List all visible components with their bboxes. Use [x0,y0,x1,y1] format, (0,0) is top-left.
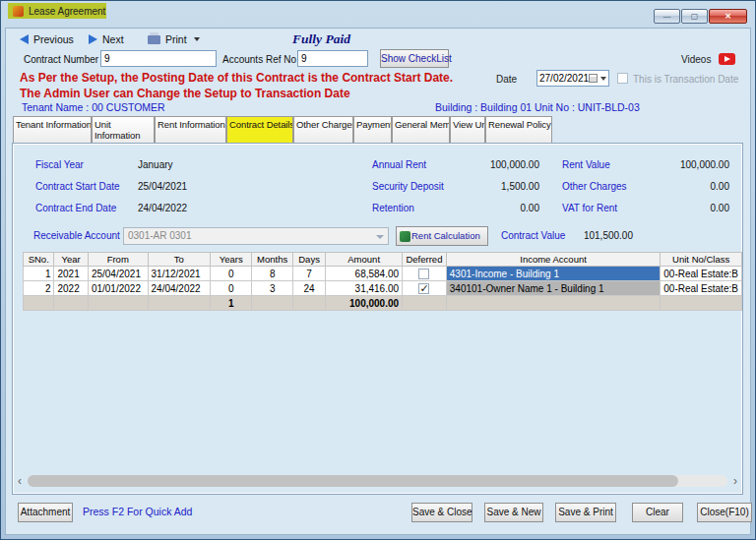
building-info: Building : Building 01 Unit No : UNIT-BL… [435,101,640,113]
security-deposit-label: Security Deposit [372,181,444,192]
calendar-icon[interactable] [589,74,598,83]
contract-number-label: Contract Number [24,54,98,65]
accounts-ref-label: Accounts Ref No [222,54,296,65]
date-input[interactable]: 27/02/2021 [536,70,609,87]
contract-end-label: Contract End Date [35,203,116,213]
annual-rent-value: 100,000.00 [461,159,539,170]
previous-icon [20,34,29,44]
retention-label: Retention [372,203,414,213]
contract-start-label: Contract Start Date [35,181,120,192]
clear-button[interactable]: Clear [632,503,683,522]
tab-tenant-information[interactable]: Tenant Information [13,116,92,143]
tab-view-unit[interactable]: View Unit [450,116,485,143]
grid-row-2[interactable]: 2 2022 01/01/2022 24/04/2022 0 3 24 31,4… [24,281,742,296]
date-label: Date [496,74,517,85]
videos-label: Videos [681,54,711,65]
transaction-date-label: This is Transaction Date [633,74,738,85]
close-button[interactable]: ✕ [709,9,747,24]
retention-value: 0.00 [461,203,539,213]
close-f10-button[interactable]: Close(F10) [697,503,752,522]
titlebar: Lease Agreement — ▢ ✕ [2,2,754,28]
scroll-right-icon[interactable]: › [733,474,737,488]
tabbar: Tenant Information Unit Information Rent… [13,116,552,143]
grid-header-row: SNo.YearFromToYearsMonthsDaysAmountDefer… [24,253,742,267]
total-years: 1 [210,296,252,311]
save-print-button[interactable]: Save & Print [555,503,616,522]
quick-add-hint: Press F2 For Quick Add [83,506,192,517]
contract-end-value: 24/04/2022 [138,203,187,213]
vat-rent-label: VAT for Rent [562,203,617,213]
tab-general-memo[interactable]: General Memo [392,116,450,143]
accounts-ref-input[interactable]: 9 [297,50,368,67]
tab-unit-information[interactable]: Unit Information [92,116,155,143]
print-button[interactable]: Print [148,33,200,45]
receivable-dropdown-icon [376,235,384,239]
save-close-button[interactable]: Save & Close [411,503,472,522]
tab-other-charges[interactable]: Other Charges [293,116,353,143]
rent-calc-icon [400,231,410,242]
window-title: Lease Agreement [29,6,105,17]
contract-number-input[interactable]: 9 [100,50,217,67]
other-charges-value: 0.00 [651,181,729,192]
vat-rent-value: 0.00 [651,203,729,213]
app-icon [13,6,24,17]
horizontal-scrollbar[interactable]: ‹ › [16,474,739,488]
deferred-checkbox-row1[interactable] [418,269,429,279]
print-dropdown-icon[interactable] [194,37,200,41]
next-button[interactable]: Next [89,33,124,45]
maximize-button[interactable]: ▢ [681,9,708,24]
tab-renewal-policy[interactable]: Renewal Policy [485,116,552,143]
total-amount: 100,000.00 [326,296,403,311]
security-deposit-value: 1,500.00 [461,181,539,192]
income-account-cell-row2[interactable]: 340101-Owner Name 1 - Building 1 [446,281,661,296]
rent-value-label: Rent Value [562,159,610,170]
income-account-cell-row1[interactable]: 4301-Income - Building 1 [446,267,661,281]
print-icon [148,35,160,44]
tab-payment[interactable]: Payment [353,116,392,143]
tab-rent-information[interactable]: Rent Information [155,116,226,143]
warning-line1: As Per the Setup, the Posting Date of th… [20,71,453,85]
contract-start-value: 25/04/2021 [138,181,187,192]
next-icon [89,34,97,44]
attachment-button[interactable]: Attachment [18,503,73,522]
annual-rent-label: Annual Rent [372,159,426,170]
receivable-account-select[interactable]: 0301-AR 0301 [123,227,389,245]
fiscal-year-label: Fiscal Year [35,159,84,170]
grid-row-1[interactable]: 1 2021 25/04/2021 31/12/2021 0 8 7 68,58… [24,267,742,281]
footer: Attachment Press F2 For Quick Add Save &… [6,495,750,534]
contract-value: 101,500.00 [549,230,633,241]
save-new-button[interactable]: Save & New [484,503,543,522]
window: Lease Agreement — ▢ ✕ Previous Next Prin… [0,0,756,540]
youtube-icon[interactable] [719,53,735,65]
status-fully-paid: Fully Paid [292,31,350,47]
other-charges-label: Other Charges [562,181,627,192]
tenant-name: Tenant Name : 00 CUSTOMER [22,101,165,113]
transaction-date-checkbox[interactable] [617,73,628,84]
deferred-checkbox-row2[interactable] [418,283,429,294]
rent-value-value: 100,000.00 [651,159,729,170]
grid-total-row: 1 100,000.00 [24,296,742,311]
receivable-account-label: Receivable Account [33,230,120,241]
date-dropdown-icon[interactable] [600,77,606,81]
previous-button[interactable]: Previous [20,33,74,45]
scroll-left-icon[interactable]: ‹ [18,474,22,488]
scrollbar-thumb[interactable] [28,475,678,487]
schedule-grid: SNo.YearFromToYearsMonthsDaysAmountDefer… [23,252,742,311]
minimize-button[interactable]: — [654,9,680,24]
rent-calculation-button[interactable]: Rent Calculation [396,226,488,246]
warning-line2: The Admin User can Change the Setup to T… [20,87,350,100]
show-checklist-button[interactable]: Show CheckList [380,49,449,68]
tab-contract-details[interactable]: Contract Details [226,116,293,143]
fiscal-year-value: January [138,159,173,170]
contract-details-panel: Fiscal Year January Contract Start Date … [12,143,743,495]
window-content: Previous Next Print Fully Paid Contract … [5,28,751,535]
